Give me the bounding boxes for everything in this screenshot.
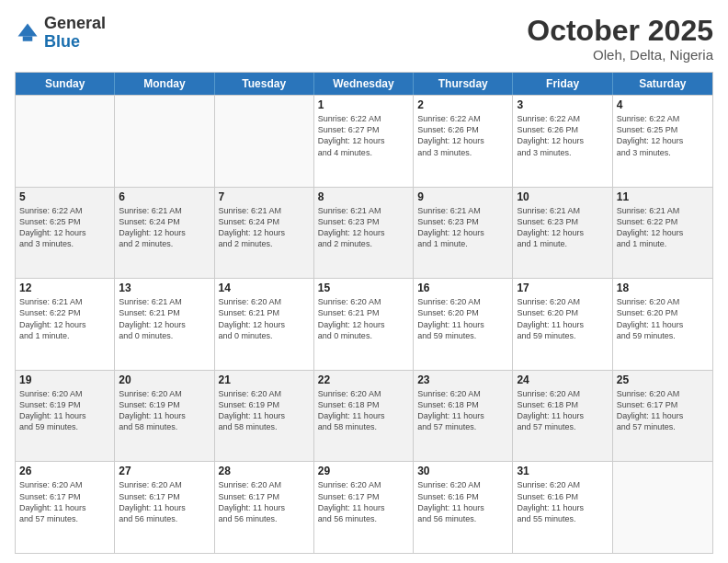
calendar-day-cell: 5Sunrise: 6:22 AM Sunset: 6:25 PM Daylig…: [16, 188, 115, 279]
calendar: SundayMondayTuesdayWednesdayThursdayFrid…: [15, 72, 713, 554]
day-number: 3: [517, 98, 608, 111]
day-number: 23: [417, 373, 508, 386]
day-number: 9: [417, 190, 508, 203]
day-info: Sunrise: 6:20 AM Sunset: 6:17 PM Dayligh…: [19, 479, 110, 524]
day-info: Sunrise: 6:20 AM Sunset: 6:19 PM Dayligh…: [219, 388, 310, 433]
day-number: 28: [219, 465, 310, 477]
day-number: 8: [318, 190, 409, 203]
day-number: 11: [617, 190, 709, 203]
day-info: Sunrise: 6:20 AM Sunset: 6:17 PM Dayligh…: [219, 479, 310, 524]
day-number: 27: [119, 465, 210, 477]
calendar-day-cell: 26Sunrise: 6:20 AM Sunset: 6:17 PM Dayli…: [16, 462, 115, 553]
day-number: 20: [119, 373, 210, 386]
day-number: 26: [19, 465, 110, 477]
day-info: Sunrise: 6:22 AM Sunset: 6:27 PM Dayligh…: [318, 113, 409, 158]
day-number: 29: [318, 465, 409, 477]
day-of-week-header: Friday: [513, 73, 612, 95]
calendar-day-cell: 18Sunrise: 6:20 AM Sunset: 6:20 PM Dayli…: [613, 279, 712, 370]
day-number: 10: [517, 190, 608, 203]
calendar-day-cell: 19Sunrise: 6:20 AM Sunset: 6:19 PM Dayli…: [16, 371, 115, 462]
day-info: Sunrise: 6:20 AM Sunset: 6:21 PM Dayligh…: [318, 296, 409, 341]
header: General Blue October 2025 Oleh, Delta, N…: [15, 15, 713, 63]
calendar-day-cell: 12Sunrise: 6:21 AM Sunset: 6:22 PM Dayli…: [16, 279, 115, 370]
location: Oleh, Delta, Nigeria: [527, 47, 713, 63]
calendar-day-cell: 17Sunrise: 6:20 AM Sunset: 6:20 PM Dayli…: [513, 279, 612, 370]
calendar-week-row: 26Sunrise: 6:20 AM Sunset: 6:17 PM Dayli…: [16, 461, 712, 553]
day-number: 13: [119, 282, 210, 294]
day-info: Sunrise: 6:20 AM Sunset: 6:16 PM Dayligh…: [417, 479, 508, 524]
calendar-day-cell: 31Sunrise: 6:20 AM Sunset: 6:16 PM Dayli…: [513, 462, 612, 553]
day-info: Sunrise: 6:22 AM Sunset: 6:26 PM Dayligh…: [417, 113, 508, 158]
day-info: Sunrise: 6:21 AM Sunset: 6:22 PM Dayligh…: [617, 205, 709, 250]
day-info: Sunrise: 6:21 AM Sunset: 6:21 PM Dayligh…: [119, 296, 210, 341]
day-of-week-header: Monday: [115, 73, 214, 95]
month-title: October 2025: [527, 15, 713, 47]
day-number: 24: [517, 373, 608, 386]
calendar-week-row: 12Sunrise: 6:21 AM Sunset: 6:22 PM Dayli…: [16, 278, 712, 370]
calendar-body: 1Sunrise: 6:22 AM Sunset: 6:27 PM Daylig…: [16, 95, 712, 553]
day-info: Sunrise: 6:21 AM Sunset: 6:24 PM Dayligh…: [119, 205, 210, 250]
calendar-empty-cell: [613, 462, 712, 553]
day-of-week-header: Saturday: [613, 73, 712, 95]
calendar-day-cell: 7Sunrise: 6:21 AM Sunset: 6:24 PM Daylig…: [215, 188, 314, 279]
day-number: 4: [617, 98, 709, 111]
day-info: Sunrise: 6:20 AM Sunset: 6:18 PM Dayligh…: [417, 388, 508, 433]
calendar-day-cell: 9Sunrise: 6:21 AM Sunset: 6:23 PM Daylig…: [414, 188, 513, 279]
page: General Blue October 2025 Oleh, Delta, N…: [0, 0, 728, 563]
day-number: 25: [617, 373, 709, 386]
day-info: Sunrise: 6:21 AM Sunset: 6:23 PM Dayligh…: [517, 205, 608, 250]
calendar-day-cell: 24Sunrise: 6:20 AM Sunset: 6:18 PM Dayli…: [513, 371, 612, 462]
day-info: Sunrise: 6:20 AM Sunset: 6:18 PM Dayligh…: [318, 388, 409, 433]
day-info: Sunrise: 6:21 AM Sunset: 6:22 PM Dayligh…: [19, 296, 110, 341]
day-number: 19: [19, 373, 110, 386]
calendar-week-row: 19Sunrise: 6:20 AM Sunset: 6:19 PM Dayli…: [16, 370, 712, 462]
logo: General Blue: [15, 15, 106, 52]
day-of-week-header: Sunday: [16, 73, 115, 95]
day-of-week-header: Wednesday: [314, 73, 414, 95]
calendar-day-cell: 13Sunrise: 6:21 AM Sunset: 6:21 PM Dayli…: [115, 279, 214, 370]
calendar-day-cell: 21Sunrise: 6:20 AM Sunset: 6:19 PM Dayli…: [215, 371, 314, 462]
day-info: Sunrise: 6:20 AM Sunset: 6:16 PM Dayligh…: [517, 479, 608, 524]
calendar-day-cell: 16Sunrise: 6:20 AM Sunset: 6:20 PM Dayli…: [414, 279, 513, 370]
calendar-day-cell: 8Sunrise: 6:21 AM Sunset: 6:23 PM Daylig…: [314, 188, 414, 279]
day-number: 12: [19, 282, 110, 294]
logo-text: General Blue: [44, 15, 106, 52]
calendar-week-row: 5Sunrise: 6:22 AM Sunset: 6:25 PM Daylig…: [16, 187, 712, 279]
svg-marker-0: [18, 23, 38, 36]
day-info: Sunrise: 6:21 AM Sunset: 6:23 PM Dayligh…: [417, 205, 508, 250]
calendar-empty-cell: [16, 96, 115, 187]
day-info: Sunrise: 6:21 AM Sunset: 6:23 PM Dayligh…: [318, 205, 409, 250]
day-info: Sunrise: 6:20 AM Sunset: 6:17 PM Dayligh…: [617, 388, 709, 433]
day-number: 22: [318, 373, 409, 386]
calendar-day-cell: 22Sunrise: 6:20 AM Sunset: 6:18 PM Dayli…: [314, 371, 414, 462]
day-of-week-header: Tuesday: [215, 73, 314, 95]
calendar-week-row: 1Sunrise: 6:22 AM Sunset: 6:27 PM Daylig…: [16, 95, 712, 187]
day-number: 16: [417, 282, 508, 294]
day-info: Sunrise: 6:20 AM Sunset: 6:21 PM Dayligh…: [219, 296, 310, 341]
calendar-empty-cell: [215, 96, 314, 187]
calendar-day-cell: 28Sunrise: 6:20 AM Sunset: 6:17 PM Dayli…: [215, 462, 314, 553]
logo-icon: [15, 20, 40, 46]
day-number: 17: [517, 282, 608, 294]
calendar-day-cell: 15Sunrise: 6:20 AM Sunset: 6:21 PM Dayli…: [314, 279, 414, 370]
day-info: Sunrise: 6:20 AM Sunset: 6:20 PM Dayligh…: [517, 296, 608, 341]
day-number: 5: [19, 190, 110, 203]
day-info: Sunrise: 6:20 AM Sunset: 6:20 PM Dayligh…: [617, 296, 709, 341]
day-number: 2: [417, 98, 508, 111]
day-info: Sunrise: 6:21 AM Sunset: 6:24 PM Dayligh…: [219, 205, 310, 250]
calendar-day-cell: 1Sunrise: 6:22 AM Sunset: 6:27 PM Daylig…: [314, 96, 414, 187]
day-number: 30: [417, 465, 508, 477]
calendar-day-cell: 30Sunrise: 6:20 AM Sunset: 6:16 PM Dayli…: [414, 462, 513, 553]
title-block: October 2025 Oleh, Delta, Nigeria: [527, 15, 713, 63]
calendar-header-row: SundayMondayTuesdayWednesdayThursdayFrid…: [16, 73, 712, 95]
day-info: Sunrise: 6:22 AM Sunset: 6:25 PM Dayligh…: [19, 205, 110, 250]
day-of-week-header: Thursday: [414, 73, 513, 95]
day-info: Sunrise: 6:20 AM Sunset: 6:19 PM Dayligh…: [19, 388, 110, 433]
day-number: 1: [318, 98, 409, 111]
logo-blue: Blue: [44, 32, 80, 51]
calendar-empty-cell: [115, 96, 214, 187]
day-info: Sunrise: 6:20 AM Sunset: 6:19 PM Dayligh…: [119, 388, 210, 433]
calendar-day-cell: 2Sunrise: 6:22 AM Sunset: 6:26 PM Daylig…: [414, 96, 513, 187]
day-number: 31: [517, 465, 608, 477]
day-info: Sunrise: 6:20 AM Sunset: 6:18 PM Dayligh…: [517, 388, 608, 433]
